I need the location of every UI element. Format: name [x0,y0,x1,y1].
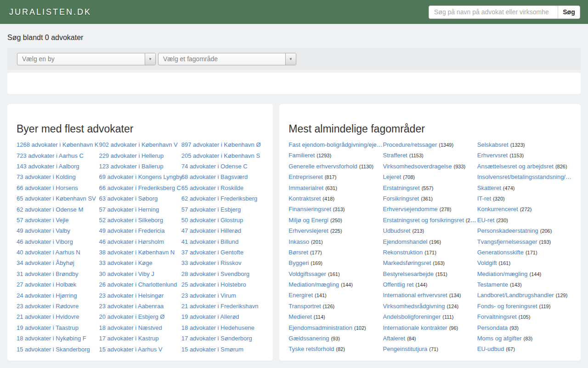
city-link[interactable]: 46 advokater i Viborg [17,238,73,245]
city-link[interactable]: 31 advokater i Brøndby [17,270,78,277]
area-link[interactable]: Konkurrenceret [477,206,518,213]
city-link[interactable]: 23 advokater i Aabenraa [99,303,164,310]
area-link[interactable]: EU-ret [477,217,495,224]
area-link[interactable]: Udbudsret [383,227,411,234]
city-link[interactable]: 19 advokater i Taastrup [17,324,79,331]
city-link[interactable]: 46 advokater i Hørsholm [99,238,164,245]
area-link[interactable]: Tvangsfjernelsessager [477,238,537,245]
area-link[interactable]: Mediation/mægling [288,281,339,288]
area-link[interactable]: Entrepriseret [288,173,322,180]
city-link[interactable]: 902 advokater i København V [99,141,177,148]
area-link[interactable]: Transportret [288,303,321,310]
search-input[interactable] [429,6,558,19]
area-link[interactable]: Bestyrelsesarbejde [383,270,434,277]
city-link[interactable]: 28 advokater i Svendborg [181,270,249,277]
city-link[interactable]: 57 advokater i Herning [99,206,159,213]
area-link[interactable]: Kontraktsret [288,195,321,202]
city-select[interactable]: Vælg en by ▼ [17,53,156,65]
city-link[interactable]: 40 advokater i Aarhus N [17,249,80,256]
city-link[interactable]: 18 advokater i Nykøbing F [17,335,86,342]
city-link[interactable]: 41 advokater i Billund [181,238,238,245]
area-link[interactable]: Medieret [288,313,312,320]
area-link[interactable]: Miljø og Energi [288,217,328,224]
city-link[interactable]: 63 advokater i Søborg [99,195,158,202]
city-link[interactable]: 20 advokater i Esbjerg Ø [99,313,164,320]
area-link[interactable]: Insolvensret/betalingsstandsning/… [477,173,571,180]
area-link[interactable]: Familieret [288,152,315,159]
area-link[interactable]: Persondata [477,324,508,331]
area-link[interactable]: Inkasso [288,238,309,245]
area-link[interactable]: Virksomhedsoverdragelse [383,163,452,170]
city-link[interactable]: 57 advokater i Esbjerg [181,206,241,213]
city-link[interactable]: 15 advokater i Aarhus V [99,346,162,353]
area-link[interactable]: Testamente [477,281,508,288]
area-link[interactable]: Selskabsret [477,141,509,148]
city-link[interactable]: 24 advokater i Hjørring [17,292,77,299]
city-link[interactable]: 143 advokater i Aalborg [17,163,79,170]
area-link[interactable]: Landboret/Landbrugshandler [477,292,554,299]
city-link[interactable]: 723 advokater i Aarhus C [17,152,84,159]
city-link[interactable]: 897 advokater i København Ø [181,141,261,148]
area-link[interactable]: Forsikringsret [383,195,419,202]
city-link[interactable]: 15 advokater i Skanderborg [17,346,90,353]
area-link[interactable]: Aftaleret [383,335,405,342]
city-link[interactable]: 33 advokater i Risskov [181,259,242,266]
city-link[interactable]: 52 advokater i Silkeborg [99,217,163,224]
city-link[interactable]: 205 advokater i København S [181,152,260,159]
city-link[interactable]: 23 advokater i Virum [181,292,236,299]
area-link[interactable]: Fast ejendom-boligrådgivning/eje… [288,141,383,148]
area-link[interactable]: Børsret [288,249,308,256]
city-link[interactable]: 65 advokater i Roskilde [181,184,243,191]
site-logo[interactable]: JURALISTEN.DK [9,7,91,17]
area-link[interactable]: Offentlig ret [383,281,414,288]
city-link[interactable]: 21 advokater i Frederikshavn [181,303,259,310]
city-link[interactable]: 69 advokater i Kongens Lyngby [99,173,182,180]
area-link[interactable]: Markedsføringsret [383,259,431,266]
city-link[interactable]: 25 advokater i Holstebro [181,281,246,288]
area-link[interactable]: IT-ret [477,195,491,202]
city-link[interactable]: 19 advokater i Allerød [181,313,239,320]
city-link[interactable]: 62 advokater i Frederiksberg [181,195,257,202]
area-link[interactable]: Internationale kontrakter [383,324,447,331]
city-link[interactable]: 74 advokater i Odense C [181,163,248,170]
area-link[interactable]: Fonds- og foreningsret [477,303,537,310]
area-link[interactable]: Energiret [288,292,313,299]
city-link[interactable]: 26 advokater i Charlottenlund [99,281,177,288]
city-link[interactable]: 229 advokater i Hellerup [99,152,164,159]
area-link[interactable]: Procedure/retssager [383,141,437,148]
area-link[interactable]: International erhvervsret [383,292,447,299]
area-link[interactable]: Ansættelsesret og arbejdsret [477,163,554,170]
area-link[interactable]: Tyske retsforhold [288,345,334,352]
area-link[interactable]: Generelle erhvervsforhold [288,163,357,170]
area-link[interactable]: Erhvervslejeret [288,227,328,234]
area-link[interactable]: Finansieringsret [288,206,331,213]
area-select[interactable]: Vælg et fagområde ▼ [158,53,296,65]
city-link[interactable]: 66 advokater i Horsens [17,184,78,191]
city-link[interactable]: 18 advokater i Næstved [99,324,162,331]
area-link[interactable]: Forvaltningsret [477,313,517,320]
area-link[interactable]: Strafferet [383,152,407,159]
area-link[interactable]: Ejendomsadministration [288,324,352,331]
area-link[interactable]: Lejeret [383,173,401,180]
city-link[interactable]: 68 advokater i Bagsværd [181,173,248,180]
area-link[interactable]: EU-udbud [477,345,504,352]
city-link[interactable]: 66 advokater i Frederiksberg C [99,184,181,191]
area-link[interactable]: Virksomhedsrådgivning [383,303,445,310]
area-link[interactable]: Moms og afgifter [477,335,522,342]
city-link[interactable]: 33 advokater i Køge [99,259,152,266]
city-link[interactable]: 47 advokater i Hillerød [181,227,241,234]
city-link[interactable]: 37 advokater i Gentofte [181,249,243,256]
city-link[interactable]: 1268 advokater i København K [17,141,99,148]
city-link[interactable]: 23 advokater i Rødovre [17,303,79,310]
area-link[interactable]: Erstatningsret og forsikringsret [383,217,464,224]
area-link[interactable]: Voldgift [477,259,497,266]
area-link[interactable]: Erstatningsret [383,184,420,191]
city-link[interactable]: 57 advokater i Vejle [17,217,68,224]
city-link[interactable]: 49 advokater i Fredericia [99,227,164,234]
area-link[interactable]: Ejendomshandel [383,238,428,245]
city-link[interactable]: 17 advokater i Sønderborg [181,335,252,342]
city-link[interactable]: 15 advokater i Smørum [181,346,243,353]
city-link[interactable]: 34 advokater i Åbyhøj [17,259,74,266]
city-link[interactable]: 38 advokater i København N [99,249,175,256]
area-link[interactable]: Pengeinstitutjura [383,345,428,352]
